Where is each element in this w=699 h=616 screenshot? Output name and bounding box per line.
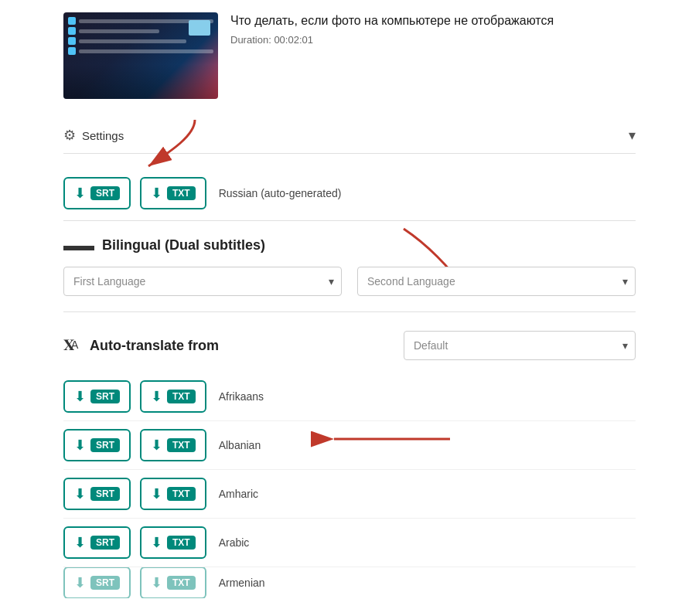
download-icon: ⬇ [74,574,86,591]
download-row: ⬇ SRT ⬇ TXT Russian (auto-generated) [63,166,636,221]
txt-badge: TXT [167,390,196,403]
translate-icon: 𝐗 A [63,335,82,357]
gear-icon: ⚙ [63,127,76,144]
list-item: ⬇ SRT ⬇ TXT Amharic [63,470,636,519]
second-language-select[interactable]: Second Language [357,267,636,296]
language-selectors: First Language ▾ Second Language ▾ [63,267,636,312]
russian-label: Russian (auto-generated) [219,187,342,199]
first-language-wrapper: First Language ▾ [63,267,342,296]
arrow-annotation-3 [326,427,465,451]
download-icon-txt: ⬇ [151,185,162,202]
amharic-txt-button[interactable]: ⬇ TXT [140,478,206,510]
afrikaans-txt-button[interactable]: ⬇ TXT [140,380,206,413]
language-name: Afrikaans [219,390,264,403]
txt-badge: TXT [167,487,196,501]
albanian-srt-button[interactable]: ⬇ SRT [63,429,131,461]
albanian-txt-button[interactable]: ⬇ TXT [140,429,206,461]
srt-badge: SRT [90,576,120,590]
download-icon: ⬇ [151,485,162,502]
video-info: Что делать, если фото на компьютере не о… [230,12,636,46]
download-icon: ⬇ [151,388,162,405]
list-item: ⬇ SRT ⬇ TXT Albanian [63,421,636,470]
download-icon: ⬇ [151,574,162,591]
srt-badge: SRT [90,186,120,200]
language-list: ⬇ SRT ⬇ TXT Afrikaans ⬇ SRT ⬇ TXT [63,373,636,598]
download-section: ⬇ SRT ⬇ TXT Russian (auto-generated) [63,166,636,221]
srt-badge: SRT [90,536,120,550]
settings-row[interactable]: ⚙ Settings ▾ [63,117,636,154]
txt-badge: TXT [167,536,196,550]
video-header: Что делать, если фото на компьютере не о… [63,12,636,99]
autotranslate-title: Auto-translate from [90,338,219,354]
download-icon: ⬇ [74,437,86,454]
armenian-srt-button[interactable]: ⬇ SRT [63,567,131,598]
download-srt-button[interactable]: ⬇ SRT [63,177,131,209]
amharic-srt-button[interactable]: ⬇ SRT [63,478,131,510]
srt-badge: SRT [90,438,120,452]
language-name: Amharic [219,488,258,500]
language-name: Armenian [219,577,265,589]
download-icon: ⬇ [151,437,162,454]
autotranslate-header: 𝐗 A Auto-translate from Default ▾ [63,331,636,360]
download-icon: ⬇ [74,485,86,502]
download-txt-button[interactable]: ⬇ TXT [140,177,206,209]
download-icon-srt: ⬇ [74,185,86,202]
subtitles-icon: ▬▬ [63,237,94,254]
txt-badge: TXT [167,186,196,200]
afrikaans-srt-button[interactable]: ⬇ SRT [63,380,131,413]
arabic-srt-button[interactable]: ⬇ SRT [63,526,131,559]
armenian-txt-button[interactable]: ⬇ TXT [140,567,206,598]
srt-badge: SRT [90,390,120,403]
language-name: Arabic [219,536,250,549]
download-icon: ⬇ [151,534,162,551]
svg-text:A: A [71,339,79,351]
arabic-txt-button[interactable]: ⬇ TXT [140,526,206,559]
list-item: ⬇ SRT ⬇ TXT Armenian [63,567,636,598]
first-language-select[interactable]: First Language [63,267,342,296]
default-select-wrapper: Default ▾ [404,331,636,360]
video-thumbnail [63,12,218,99]
settings-label: Settings [82,129,124,142]
autotranslate-section: 𝐗 A Auto-translate from Default ▾ ⬇ SRT [63,331,636,598]
video-title: Что делать, если фото на компьютере не о… [230,12,636,29]
thumbnail-decoration [189,20,210,36]
srt-badge: SRT [90,487,120,501]
settings-left: ⚙ Settings [63,127,124,144]
list-item: ⬇ SRT ⬇ TXT Afrikaans [63,373,636,421]
txt-badge: TXT [167,576,196,590]
video-duration: Duration: 00:02:01 [230,34,636,46]
download-icon: ⬇ [74,388,86,405]
default-select[interactable]: Default [404,331,636,360]
autotranslate-left: 𝐗 A Auto-translate from [63,335,219,357]
bilingual-title: Bilingual (Dual subtitles) [102,237,265,254]
language-name: Albanian [219,439,261,451]
settings-chevron-icon: ▾ [629,127,636,144]
txt-badge: TXT [167,438,196,452]
list-item: ⬇ SRT ⬇ TXT Arabic [63,519,636,567]
second-language-wrapper: Second Language ▾ [357,267,636,296]
bilingual-section: ▬▬ Bilingual (Dual subtitles) First Lang… [63,237,636,312]
download-icon: ⬇ [74,534,86,551]
bilingual-header: ▬▬ Bilingual (Dual subtitles) [63,237,636,254]
